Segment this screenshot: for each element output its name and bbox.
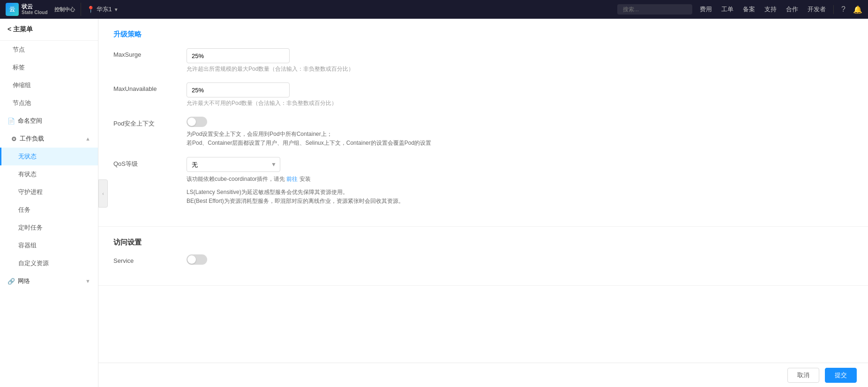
sidebar-item-scaling[interactable]: 伸缩组 [0, 76, 98, 94]
control-center-label: 控制中心 [54, 6, 75, 13]
bottom-bar: 取消 提交 [98, 363, 868, 387]
logo[interactable]: 云 状云 State Cloud 控制中心 [6, 3, 81, 16]
max-unavailable-label: MaxUnavailable [113, 82, 179, 92]
max-surge-hint: 允许超出所需规模的最大Pod数量（合法输入：非负整数或百分比） [187, 65, 853, 73]
qos-desc-line1: LS(Latency Sensitive)为延迟敏感型服务会优先保障其资源使用。 [187, 189, 348, 195]
qos-desc-line2: BE(Best Effort)为资源消耗型服务，即混部对应的离线作业，资源紧张时… [187, 198, 404, 204]
nav-link-ticket[interactable]: 工单 [721, 5, 733, 14]
logo-sub-text: State Cloud [22, 10, 48, 15]
qos-hint-text2: 安装 [299, 176, 311, 182]
namespace-label: 命名空间 [18, 117, 42, 125]
nav-link-partner[interactable]: 合作 [786, 5, 798, 14]
upgrade-strategy-title: 升级策略 [113, 30, 853, 39]
max-surge-label: MaxSurge [113, 48, 179, 58]
sidebar-item-daemon[interactable]: 守护进程 [0, 183, 98, 201]
service-toggle[interactable] [187, 254, 207, 265]
region-label: 华东1 [97, 5, 112, 14]
search-input[interactable] [617, 4, 692, 15]
sidebar-group-namespace[interactable]: 📄 命名空间 [0, 112, 98, 130]
help-icon[interactable]: ? [841, 5, 846, 14]
qos-hint-text1: 该功能依赖cube-coordinator插件，请先 [187, 176, 285, 182]
workload-icon: ⚙ [11, 135, 17, 142]
max-surge-row: MaxSurge 允许超出所需规模的最大Pod数量（合法输入：非负整数或百分比） [113, 48, 853, 73]
pod-security-toggle-wrapper [187, 117, 853, 127]
qos-desc: LS(Latency Sensitive)为延迟敏感型服务会优先保障其资源使用。… [187, 188, 853, 206]
sidebar-item-custom-resource[interactable]: 自定义资源 [0, 254, 98, 272]
region-chevron-icon: ▼ [114, 7, 119, 12]
nav-link-filing[interactable]: 备案 [743, 5, 755, 14]
top-nav: 云 状云 State Cloud 控制中心 📍 华东1 ▼ 费用 工单 备案 支… [0, 0, 868, 19]
qos-row: QoS等级 无 LS BE ▼ 该功能依赖cube-coordinator插件，… [113, 157, 853, 206]
max-unavailable-input[interactable] [187, 82, 290, 97]
pod-security-row: Pod安全上下文 为Pod设置安全上下文，会应用到Pod中所有Container… [113, 117, 853, 148]
sidebar-item-stateful[interactable]: 有状态 [0, 165, 98, 183]
pod-security-desc-line2: 若Pod、Container层面都设置了用户、用户组、Selinux上下文，Co… [187, 140, 431, 146]
workload-chevron-icon: ▲ [85, 136, 90, 141]
sidebar-item-cronjob[interactable]: 定时任务 [0, 219, 98, 237]
sidebar-main-menu[interactable]: < 主菜单 [0, 19, 98, 41]
sidebar-group-network[interactable]: 🔗 网络 ▼ [0, 272, 98, 290]
main-content: 升级策略 MaxSurge 允许超出所需规模的最大Pod数量（合法输入：非负整数… [98, 19, 868, 387]
max-unavailable-row: MaxUnavailable 允许最大不可用的Pod数量（合法输入：非负整数或百… [113, 82, 853, 107]
pod-security-label: Pod安全上下文 [113, 117, 179, 128]
nav-link-dev[interactable]: 开发者 [808, 5, 826, 14]
content-area: 升级策略 MaxSurge 允许超出所需规模的最大Pod数量（合法输入：非负整数… [98, 19, 868, 387]
access-section-title: 访问设置 [113, 238, 853, 247]
pod-security-desc: 为Pod设置安全上下文，会应用到Pod中所有Container上； 若Pod、C… [187, 130, 853, 148]
service-row: Service [113, 254, 853, 265]
cancel-button[interactable]: 取消 [787, 368, 819, 383]
network-chevron-icon: ▼ [85, 278, 90, 284]
qos-select[interactable]: 无 LS BE [187, 157, 280, 172]
sidebar-item-nodepool[interactable]: 节点池 [0, 94, 98, 112]
max-unavailable-control: 允许最大不可用的Pod数量（合法输入：非负整数或百分比） [187, 82, 853, 107]
notification-icon[interactable]: 🔔 [853, 5, 862, 14]
nav-icon-group: ? 🔔 [833, 5, 862, 14]
sidebar-item-nodes[interactable]: 节点 [0, 41, 98, 59]
nav-links: 费用 工单 备案 支持 合作 开发者 [700, 5, 826, 14]
pod-security-desc-line1: 为Pod设置安全上下文，会应用到Pod中所有Container上； [187, 131, 332, 137]
network-icon: 🔗 [7, 278, 15, 285]
sidebar-collapse-button[interactable]: ‹ [98, 179, 108, 208]
max-surge-input[interactable] [187, 48, 290, 63]
network-label: 网络 [18, 277, 30, 285]
qos-control: 无 LS BE ▼ 该功能依赖cube-coordinator插件，请先 前往 … [187, 157, 853, 206]
pod-security-control: 为Pod设置安全上下文，会应用到Pod中所有Container上； 若Pod、C… [187, 117, 853, 148]
nav-link-support[interactable]: 支持 [764, 5, 777, 14]
nav-link-fee[interactable]: 费用 [700, 5, 712, 14]
service-control [187, 254, 853, 265]
sidebar-item-labels[interactable]: 标签 [0, 59, 98, 76]
namespace-icon: 📄 [7, 118, 15, 125]
region-selector[interactable]: 📍 华东1 ▼ [87, 5, 119, 14]
qos-label: QoS等级 [113, 157, 179, 168]
qos-hint: 该功能依赖cube-coordinator插件，请先 前往 安装 [187, 175, 853, 184]
sidebar-item-pod[interactable]: 容器组 [0, 237, 98, 254]
upgrade-strategy-section: 升级策略 MaxSurge 允许超出所需规模的最大Pod数量（合法输入：非负整数… [98, 19, 868, 227]
submit-button[interactable]: 提交 [825, 368, 857, 383]
region-icon: 📍 [87, 6, 95, 13]
pod-security-toggle[interactable] [187, 117, 207, 127]
logo-icon: 云 [6, 3, 19, 16]
sidebar-item-job[interactable]: 任务 [0, 201, 98, 219]
sidebar: < 主菜单 节点 标签 伸缩组 节点池 📄 命名空间 ⚙ 工作负载 ▲ 无状态 … [0, 19, 98, 387]
qos-install-link[interactable]: 前往 [286, 176, 298, 182]
qos-select-wrapper: 无 LS BE ▼ [187, 157, 280, 172]
logo-main-text: 状云 [22, 4, 48, 10]
sidebar-item-stateless[interactable]: 无状态 [0, 148, 98, 165]
workload-label: 工作负载 [20, 134, 44, 143]
max-surge-control: 允许超出所需规模的最大Pod数量（合法输入：非负整数或百分比） [187, 48, 853, 73]
max-unavailable-hint: 允许最大不可用的Pod数量（合法输入：非负整数或百分比） [187, 99, 853, 107]
sidebar-group-workload[interactable]: ⚙ 工作负载 ▲ [0, 130, 98, 148]
service-label: Service [113, 254, 179, 264]
access-section: 访问设置 Service [98, 227, 868, 286]
